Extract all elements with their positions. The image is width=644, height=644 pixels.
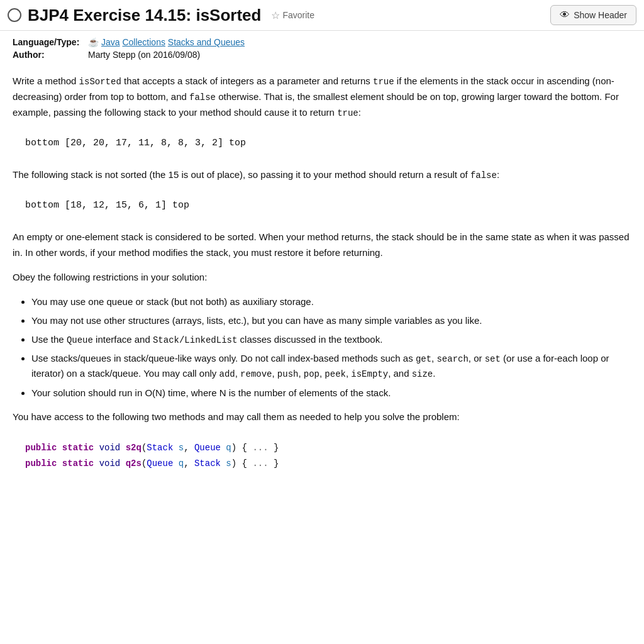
restriction-1: You may use one queue or stack (but not …: [31, 294, 631, 309]
language-label: Language/Type:: [13, 37, 88, 47]
example1-code: bottom [20, 20, 17, 11, 8, 8, 3, 2] top: [25, 138, 246, 148]
second-paragraph: The following stack is not sorted (the 1…: [13, 167, 631, 183]
eye-icon: 👁: [560, 9, 570, 21]
s2q-method-name: s2q: [126, 443, 142, 453]
title-area: BJP4 Exercise 14.15: isSorted ☆ Favorite: [8, 6, 318, 25]
page-title: BJP4 Exercise 14.15: isSorted: [28, 6, 261, 25]
restriction-2: You may not use other structures (arrays…: [31, 313, 631, 328]
public-kw-1: public: [25, 443, 57, 453]
queue-type-1: Queue: [194, 443, 221, 453]
void-kw-1: void: [99, 443, 121, 453]
star-icon: ☆: [271, 9, 280, 21]
ellipsis-1: ...: [252, 443, 268, 453]
author-label: Author:: [13, 50, 88, 60]
set-method: set: [485, 354, 501, 364]
method1-line: public static void s2q(Stack s, Queue q)…: [25, 440, 619, 456]
allowed-methods: add: [219, 369, 235, 379]
queue-type-2: Queue: [147, 458, 173, 469]
q-param-1: q: [226, 443, 231, 453]
stack-type-2: Stack: [194, 458, 221, 469]
ellipsis-2: ...: [252, 458, 268, 469]
example2-code-block: bottom [18, 12, 15, 6, 1] top: [13, 192, 631, 219]
restriction-3: Use the Queue interface and Stack/Linked…: [31, 332, 631, 347]
queue-interface: Queue: [67, 335, 93, 345]
circle-icon: [8, 8, 21, 22]
true-keyword: true: [373, 77, 394, 87]
s-param-2: s: [226, 458, 231, 469]
author-row: Author: Marty Stepp (on 2016/09/08): [13, 50, 631, 60]
language-row: Language/Type: ☕ Java Collections Stacks…: [13, 37, 631, 47]
meta-section: Language/Type: ☕ Java Collections Stacks…: [0, 31, 644, 66]
favorite-label: Favorite: [282, 10, 314, 20]
author-value: Marty Stepp (on 2016/09/08): [88, 50, 200, 60]
false-keyword: false: [189, 92, 216, 103]
s-param-1: s: [179, 443, 184, 453]
favorite-button[interactable]: ☆ Favorite: [267, 8, 318, 23]
language-value[interactable]: Java: [101, 37, 120, 47]
void-kw-2: void: [99, 458, 121, 469]
stack-type-1: Stack: [147, 443, 173, 453]
get-method: get: [416, 354, 431, 364]
show-header-button[interactable]: 👁 Show Header: [550, 5, 636, 25]
restrictions-list: You may use one queue or stack (but not …: [31, 294, 631, 401]
public-kw-2: public: [25, 458, 57, 469]
fifth-paragraph: You have access to the following two met…: [13, 409, 631, 425]
example2-code: bottom [18, 12, 15, 6, 1] top: [25, 200, 189, 211]
intro-paragraph: Write a method isSorted that accepts a s…: [13, 74, 631, 121]
top-bar: BJP4 Exercise 14.15: isSorted ☆ Favorite…: [0, 0, 644, 31]
java-icon: ☕: [88, 37, 99, 47]
example1-code-block: bottom [20, 20, 17, 11, 8, 8, 3, 2] top: [13, 130, 631, 157]
false-keyword2: false: [470, 170, 497, 180]
fourth-paragraph: Obey the following restrictions in your …: [13, 270, 631, 286]
show-header-label: Show Header: [574, 10, 627, 20]
q-param-2: q: [179, 458, 184, 469]
static-kw-2: static: [62, 458, 94, 469]
category1-link[interactable]: Collections: [122, 37, 165, 47]
category2-link[interactable]: Stacks and Queues: [168, 37, 245, 47]
java-code-block: public static void s2q(Stack s, Queue q)…: [13, 434, 631, 478]
third-paragraph: An empty or one-element stack is conside…: [13, 230, 631, 261]
method-name-inline: isSorted: [79, 77, 121, 87]
restriction-4: Use stacks/queues in stack/queue-like wa…: [31, 351, 631, 382]
restriction-5: Your solution should run in O(N) time, w…: [31, 386, 631, 401]
method2-line: public static void q2s(Queue q, Stack s)…: [25, 456, 619, 472]
search-method: search: [436, 354, 468, 364]
stack-linkedlist: Stack/LinkedList: [153, 335, 237, 345]
main-content: Write a method isSorted that accepts a s…: [0, 66, 644, 491]
true-keyword2: true: [337, 108, 358, 118]
static-kw-1: static: [62, 443, 94, 453]
q2s-method-name: q2s: [126, 458, 142, 469]
